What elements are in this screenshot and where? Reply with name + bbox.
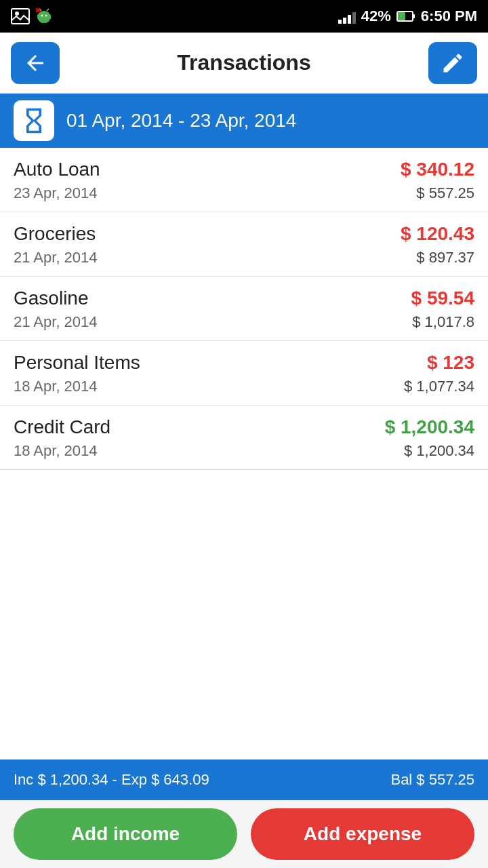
svg-rect-3 bbox=[37, 14, 40, 19]
transaction-name: Groceries bbox=[14, 223, 96, 245]
transaction-date: 21 Apr, 2014 bbox=[14, 249, 98, 267]
transaction-date: 21 Apr, 2014 bbox=[14, 313, 98, 331]
transaction-amount: $ 59.54 bbox=[411, 288, 474, 309]
transaction-item[interactable]: Personal Items $ 123 18 Apr, 2014 $ 1,07… bbox=[0, 341, 488, 406]
svg-rect-6 bbox=[45, 19, 47, 23]
summary-bar: Inc $ 1,200.34 - Exp $ 643.09 Bal $ 557.… bbox=[0, 760, 488, 800]
svg-rect-14 bbox=[413, 14, 415, 18]
transaction-balance: $ 1,200.34 bbox=[404, 442, 474, 460]
back-button[interactable] bbox=[11, 42, 60, 84]
transaction-amount: $ 123 bbox=[427, 352, 474, 374]
svg-line-8 bbox=[47, 9, 49, 11]
svg-rect-5 bbox=[41, 19, 43, 23]
svg-rect-4 bbox=[48, 14, 51, 19]
transaction-date: 18 Apr, 2014 bbox=[14, 378, 98, 395]
image-icon bbox=[11, 8, 30, 24]
back-icon bbox=[23, 51, 47, 75]
transaction-balance: $ 557.25 bbox=[416, 184, 474, 202]
transaction-name: Personal Items bbox=[14, 352, 140, 374]
transaction-date: 18 Apr, 2014 bbox=[14, 442, 98, 460]
edit-button[interactable] bbox=[428, 42, 477, 84]
transaction-item[interactable]: Groceries $ 120.43 21 Apr, 2014 $ 897.37 bbox=[0, 212, 488, 277]
signal-icon bbox=[338, 9, 356, 24]
status-right: 42% 6:50 PM bbox=[338, 7, 477, 25]
svg-point-10 bbox=[45, 15, 47, 17]
transaction-amount: $ 1,200.34 bbox=[385, 416, 474, 438]
svg-rect-0 bbox=[12, 9, 29, 24]
status-bar: 42% 6:50 PM bbox=[0, 0, 488, 33]
date-range-text: 01 Apr, 2014 - 23 Apr, 2014 bbox=[66, 110, 296, 132]
summary-left: Inc $ 1,200.34 - Exp $ 643.09 bbox=[14, 771, 209, 789]
transaction-name: Gasoline bbox=[14, 288, 89, 309]
svg-rect-15 bbox=[398, 12, 405, 20]
transaction-name: Auto Loan bbox=[14, 159, 100, 180]
page-title: Transactions bbox=[177, 50, 310, 75]
transaction-date: 23 Apr, 2014 bbox=[14, 184, 98, 202]
date-range-icon bbox=[14, 100, 54, 141]
hourglass-icon bbox=[19, 106, 49, 136]
transaction-name: Credit Card bbox=[14, 416, 110, 438]
transaction-item[interactable]: Auto Loan $ 340.12 23 Apr, 2014 $ 557.25 bbox=[0, 148, 488, 212]
transaction-amount: $ 340.12 bbox=[401, 159, 474, 180]
transactions-list: Auto Loan $ 340.12 23 Apr, 2014 $ 557.25… bbox=[0, 148, 488, 760]
transaction-amount: $ 120.43 bbox=[401, 223, 474, 245]
transaction-balance: $ 897.37 bbox=[416, 249, 474, 267]
top-bar: Transactions bbox=[0, 33, 488, 94]
transaction-item[interactable]: Credit Card $ 1,200.34 18 Apr, 2014 $ 1,… bbox=[0, 406, 488, 470]
battery-icon bbox=[396, 10, 415, 22]
add-income-button[interactable]: Add income bbox=[14, 808, 237, 860]
transaction-item[interactable]: Gasoline $ 59.54 21 Apr, 2014 $ 1,017.8 bbox=[0, 277, 488, 341]
date-range-bar[interactable]: 01 Apr, 2014 - 23 Apr, 2014 bbox=[0, 94, 488, 148]
svg-point-9 bbox=[41, 15, 43, 17]
transaction-balance: $ 1,017.8 bbox=[412, 313, 474, 331]
summary-right: Bal $ 557.25 bbox=[390, 771, 474, 789]
edit-icon bbox=[441, 51, 465, 75]
android-icon bbox=[35, 7, 53, 25]
status-icons bbox=[11, 7, 53, 25]
time-text: 6:50 PM bbox=[421, 7, 477, 25]
action-buttons: Add income Add expense bbox=[0, 800, 488, 868]
add-expense-button[interactable]: Add expense bbox=[251, 808, 474, 860]
transaction-balance: $ 1,077.34 bbox=[404, 378, 474, 395]
battery-text: 42% bbox=[361, 7, 391, 25]
svg-point-1 bbox=[15, 12, 19, 16]
